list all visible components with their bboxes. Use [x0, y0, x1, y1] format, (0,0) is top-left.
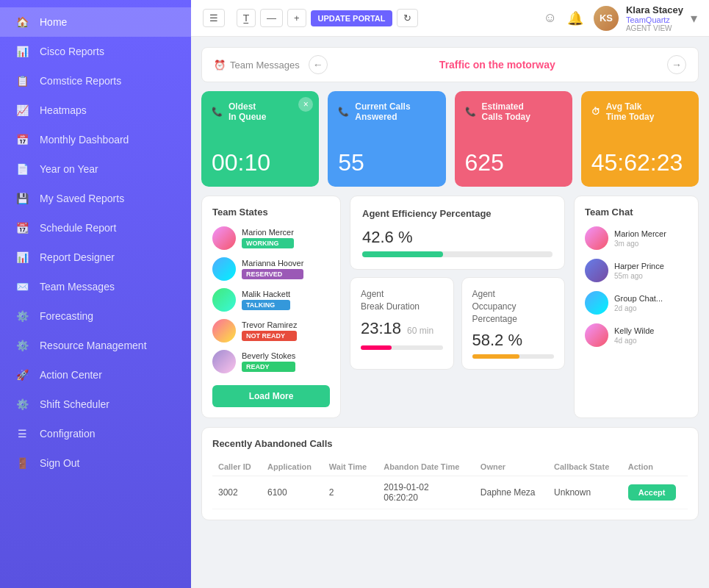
traffic-message: Traffic on the motorway [336, 59, 658, 71]
agent-break-value: 23:18 [361, 319, 401, 338]
text-tool-button[interactable]: T̲ [237, 9, 256, 27]
sidebar-label-resource-management: Resource Management [40, 340, 147, 351]
sidebar-item-comstice-reports[interactable]: 📋Comstice Reports [0, 66, 191, 96]
resource-management-icon: ⚙️ [15, 338, 29, 353]
agent-avatar [212, 257, 236, 281]
action-cell: Accept [622, 476, 688, 509]
toolbar: T̲ — + UPDATE PORTAL ↻ [237, 9, 418, 27]
report-designer-icon: 📊 [15, 250, 29, 265]
metric-header-oldest-in-queue: 📞 OldestIn Queue [212, 101, 309, 122]
table-cell: 2019-01-02 06:20:20 [378, 476, 475, 509]
team-messages-icon: ✉️ [15, 279, 29, 294]
content-area: ⏰ Team Messages ← Traffic on the motorwa… [191, 37, 709, 588]
table-cell: 2 [323, 476, 378, 509]
prev-message-button[interactable]: ← [309, 55, 328, 74]
cisco-reports-icon: 📊 [15, 44, 29, 59]
accept-button[interactable]: Accept [628, 484, 676, 501]
sidebar-label-year-on-year: Year on Year [40, 163, 98, 175]
agents-list: Marion Mercer WORKING Marianna Hoover RE… [212, 226, 330, 373]
table-column-header: Caller ID [212, 458, 262, 476]
chat-row[interactable]: Marion Mercer 3m ago [585, 226, 688, 250]
sidebar-label-monthly-dashboard: Monthly Dashboard [40, 134, 129, 146]
sidebar-label-cisco-reports: Cisco Reports [40, 46, 104, 57]
sidebar-item-resource-management[interactable]: ⚙️Resource Management [0, 331, 191, 360]
sidebar-item-heatmaps[interactable]: 📈Heatmaps [0, 96, 191, 125]
year-on-year-icon: 📄 [15, 162, 29, 176]
metric-value-oldest-in-queue: 00:10 [212, 149, 309, 176]
sidebar-item-forecasting[interactable]: ⚙️Forecasting [0, 301, 191, 331]
metric-card-estimated-calls: 📞 EstimatedCalls Today 625 [455, 91, 572, 187]
chat-name: Group Chat... [614, 294, 663, 303]
chat-row[interactable]: Kelly Wilde 4d ago [585, 323, 688, 347]
team-chat-panel: Team Chat Marion Mercer 3m ago Harper Pr… [574, 196, 699, 418]
sidebar-item-cisco-reports[interactable]: 📊Cisco Reports [0, 37, 191, 66]
team-messages-label: ⏰ Team Messages [214, 60, 300, 71]
sidebar-item-home[interactable]: 🏠Home [0, 7, 191, 37]
table-cell: Unknown [548, 476, 622, 509]
chat-name: Marion Mercer [614, 229, 666, 238]
agent-name: Marianna Hoover [242, 259, 303, 268]
sidebar-item-schedule-report[interactable]: 📆Schedule Report [0, 213, 191, 243]
sidebar-item-action-center[interactable]: 🚀Action Center [0, 360, 191, 390]
sidebar-item-report-designer[interactable]: 📊Report Designer [0, 243, 191, 272]
metric-card-current-calls: 📞 Current CallsAnswered 55 [328, 91, 445, 187]
forecasting-icon: ⚙️ [15, 309, 29, 323]
metric-card-oldest-in-queue: × 📞 OldestIn Queue 00:10 [201, 91, 319, 187]
sidebar-item-configuration[interactable]: ☰Configration [0, 419, 191, 448]
agent-occupancy-value: 58.2 % [472, 331, 555, 350]
agent-status-badge: NOT READY [242, 331, 297, 341]
table-column-header: Abandon Date Time [378, 458, 475, 476]
agent-occupancy-title: Agent Occupancy Percentage [472, 288, 555, 325]
agent-info: Marion Mercer WORKING [242, 228, 294, 248]
metric-label-estimated-calls: EstimatedCalls Today [482, 101, 530, 122]
agent-name: Malik Hackett [242, 290, 290, 298]
sidebar-item-my-saved-reports[interactable]: 💾My Saved Reports [0, 184, 191, 213]
sidebar: 🏠Home📊Cisco Reports📋Comstice Reports📈Hea… [0, 0, 191, 588]
metric-icon-estimated-calls: 📞 [465, 107, 476, 117]
table-cell: 3002 [212, 476, 262, 509]
agent-status-badge: RESERVED [242, 269, 303, 279]
next-message-button[interactable]: → [667, 55, 686, 74]
topbar-right: ☺ 🔔 KS Klara Stacey TeamQuartz AGENT VIE… [544, 4, 697, 32]
chat-row[interactable]: Harper Prince 55m ago [585, 259, 688, 282]
chat-name: Harper Prince [614, 262, 664, 270]
minus-tool-button[interactable]: — [260, 9, 283, 27]
sidebar-label-configuration: Configration [40, 428, 96, 440]
chat-time: 4d ago [614, 337, 654, 345]
sidebar-item-year-on-year[interactable]: 📄Year on Year [0, 154, 191, 184]
metric-header-estimated-calls: 📞 EstimatedCalls Today [465, 101, 562, 122]
hamburger-button[interactable]: ☰ [203, 9, 225, 27]
agent-break-panel: Agent Break Duration 23:18 60 min [350, 277, 454, 370]
update-portal-button[interactable]: UPDATE PORTAL [311, 10, 393, 26]
sidebar-item-shift-scheduler[interactable]: ⚙️Shift Scheduler [0, 390, 191, 419]
sidebar-item-sign-out[interactable]: 🚪Sign Out [0, 448, 191, 478]
agent-avatar [212, 350, 236, 373]
chevron-down-icon[interactable]: ▾ [691, 10, 697, 26]
table-body: 3002610022019-01-02 06:20:20Daphne MezaU… [212, 476, 688, 509]
emoji-icon[interactable]: ☺ [544, 10, 557, 26]
agent-name: Beverly Stokes [242, 351, 295, 360]
table-header: Caller IDApplicationWait TimeAbandon Dat… [212, 458, 688, 476]
chat-time: 3m ago [614, 240, 666, 248]
table-column-header: Wait Time [323, 458, 378, 476]
configuration-icon: ☰ [15, 426, 29, 441]
sidebar-item-monthly-dashboard[interactable]: 📅Monthly Dashboard [0, 125, 191, 154]
agent-efficiency-panel: Agent Efficiency Percentage 42.6 % [350, 196, 565, 270]
agent-status-badge: WORKING [242, 238, 294, 248]
avatar-image: KS [594, 6, 619, 31]
table-header-row: Caller IDApplicationWait TimeAbandon Dat… [212, 458, 688, 476]
team-states-title: Team States [212, 207, 330, 218]
agent-row: Beverly Stokes READY [212, 350, 330, 373]
plus-tool-button[interactable]: + [287, 9, 306, 27]
chat-row[interactable]: Group Chat... 2d ago [585, 291, 688, 315]
sidebar-label-report-designer: Report Designer [40, 251, 115, 263]
sidebar-label-action-center: Action Center [40, 369, 102, 381]
user-info: KS Klara Stacey TeamQuartz AGENT VIEW ▾ [594, 4, 697, 32]
refresh-button[interactable]: ↻ [397, 9, 418, 27]
load-more-button[interactable]: Load More [212, 385, 330, 407]
notification-icon[interactable]: 🔔 [567, 10, 583, 26]
sidebar-item-team-messages[interactable]: ✉️Team Messages [0, 272, 191, 301]
table-cell: Daphne Meza [475, 476, 548, 509]
agent-info: Marianna Hoover RESERVED [242, 259, 303, 279]
table-column-header: Owner [475, 458, 548, 476]
